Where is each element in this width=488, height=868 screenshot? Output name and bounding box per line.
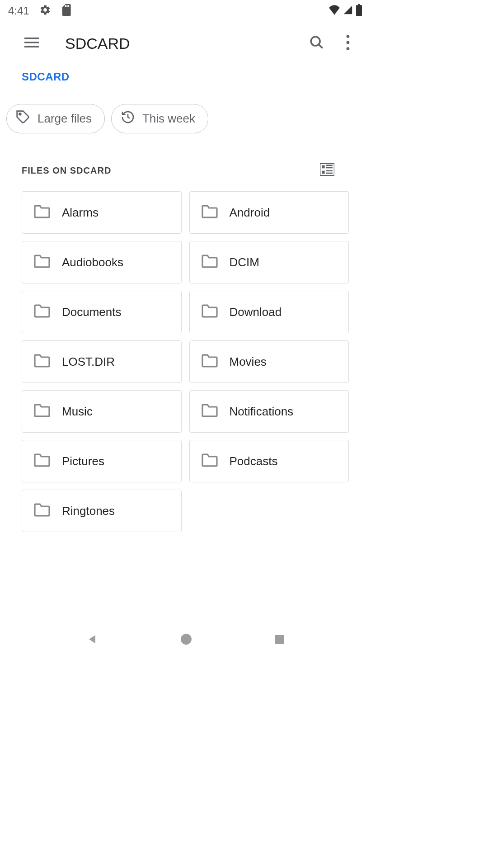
filter-chip-this-week[interactable]: This week bbox=[111, 104, 208, 133]
history-icon bbox=[121, 110, 135, 127]
folder-name: Alarms bbox=[62, 206, 99, 220]
wifi-icon bbox=[328, 5, 340, 17]
folder-item[interactable]: Documents bbox=[22, 291, 182, 333]
folder-icon bbox=[33, 403, 51, 420]
svg-rect-17 bbox=[275, 635, 284, 644]
folder-grid: Alarms Android Audiobooks DCIM Documents… bbox=[0, 186, 371, 538]
back-button[interactable] bbox=[86, 633, 99, 647]
folder-icon bbox=[201, 304, 219, 320]
chip-label: Large files bbox=[38, 112, 92, 126]
folder-icon bbox=[33, 503, 51, 519]
status-bar: 4:41 bbox=[0, 0, 371, 22]
folder-item[interactable]: Podcasts bbox=[189, 440, 349, 482]
section-title: FILES ON SDCARD bbox=[22, 165, 111, 176]
svg-point-5 bbox=[347, 35, 350, 38]
folder-icon bbox=[33, 304, 51, 320]
folder-item[interactable]: Movies bbox=[189, 340, 349, 383]
breadcrumb-current[interactable]: SDCARD bbox=[22, 71, 70, 83]
folder-name: Android bbox=[230, 206, 270, 220]
folder-icon bbox=[201, 254, 219, 270]
breadcrumb: SDCARD bbox=[0, 65, 371, 91]
svg-point-7 bbox=[347, 47, 350, 50]
folder-item[interactable]: Notifications bbox=[189, 390, 349, 433]
status-right bbox=[328, 4, 362, 18]
settings-icon bbox=[39, 4, 51, 18]
folder-item[interactable]: Audiobooks bbox=[22, 241, 182, 283]
status-left: 4:41 bbox=[8, 4, 71, 18]
recents-button[interactable] bbox=[274, 634, 285, 646]
folder-item[interactable]: Pictures bbox=[22, 440, 182, 482]
signal-icon bbox=[343, 5, 353, 17]
folder-name: Notifications bbox=[230, 405, 294, 419]
svg-rect-13 bbox=[322, 171, 325, 174]
chip-label: This week bbox=[142, 112, 195, 126]
svg-point-8 bbox=[19, 113, 21, 115]
menu-button[interactable] bbox=[24, 38, 41, 49]
folder-name: DCIM bbox=[230, 255, 259, 269]
folder-name: Podcasts bbox=[230, 454, 278, 468]
folder-item[interactable]: LOST.DIR bbox=[22, 340, 182, 383]
svg-point-6 bbox=[347, 41, 350, 44]
battery-icon bbox=[356, 4, 362, 18]
folder-item[interactable]: Download bbox=[189, 291, 349, 333]
folder-icon bbox=[201, 354, 219, 370]
app-bar-actions bbox=[309, 35, 350, 52]
section-header: FILES ON SDCARD bbox=[0, 142, 371, 186]
folder-icon bbox=[33, 354, 51, 370]
svg-rect-10 bbox=[322, 165, 325, 169]
folder-item[interactable]: Music bbox=[22, 390, 182, 433]
more-options-button[interactable] bbox=[346, 35, 350, 52]
system-nav-bar bbox=[0, 622, 371, 658]
view-toggle-button[interactable] bbox=[320, 163, 349, 178]
folder-name: Pictures bbox=[62, 454, 104, 468]
folder-name: LOST.DIR bbox=[62, 355, 115, 369]
folder-name: Movies bbox=[230, 355, 267, 369]
folder-name: Music bbox=[62, 405, 93, 419]
folder-item[interactable]: DCIM bbox=[189, 241, 349, 283]
folder-item[interactable]: Alarms bbox=[22, 191, 182, 234]
folder-name: Ringtones bbox=[62, 504, 115, 518]
app-bar: SDCARD bbox=[0, 22, 371, 65]
folder-item[interactable]: Android bbox=[189, 191, 349, 234]
tag-icon bbox=[16, 110, 30, 127]
search-button[interactable] bbox=[309, 35, 324, 52]
sd-card-icon bbox=[61, 4, 71, 18]
folder-icon bbox=[33, 453, 51, 469]
folder-icon bbox=[33, 254, 51, 270]
folder-name: Documents bbox=[62, 305, 122, 319]
home-button[interactable] bbox=[180, 633, 192, 647]
folder-name: Download bbox=[230, 305, 282, 319]
filter-chip-large-files[interactable]: Large files bbox=[6, 104, 105, 133]
svg-point-3 bbox=[311, 37, 320, 46]
folder-icon bbox=[33, 204, 51, 221]
folder-icon bbox=[201, 204, 219, 221]
filter-chips-row: Large files This week bbox=[0, 91, 371, 142]
svg-line-4 bbox=[319, 44, 323, 48]
folder-icon bbox=[201, 453, 219, 469]
folder-name: Audiobooks bbox=[62, 255, 123, 269]
status-time: 4:41 bbox=[8, 5, 29, 17]
svg-point-16 bbox=[181, 634, 192, 645]
folder-item[interactable]: Ringtones bbox=[22, 490, 182, 532]
app-title: SDCARD bbox=[65, 35, 309, 52]
folder-icon bbox=[201, 403, 219, 420]
